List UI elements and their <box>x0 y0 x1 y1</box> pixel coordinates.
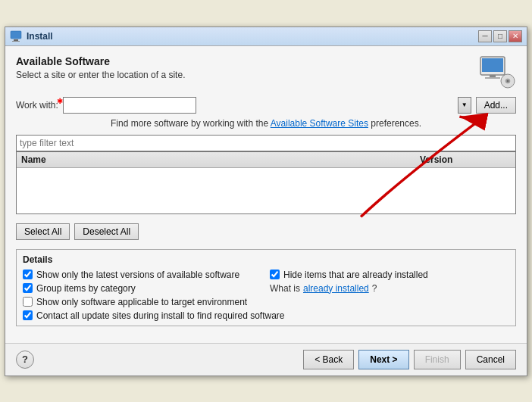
header-text: Available Software Select a site or ente… <box>16 55 185 80</box>
work-with-combo-wrapper: ▼ <box>63 97 471 114</box>
add-button[interactable]: Add... <box>476 97 516 114</box>
deselect-all-button[interactable]: Deselect All <box>74 223 139 240</box>
checkbox-hide-installed[interactable] <box>270 270 280 279</box>
software-table: Name Version <box>16 151 516 214</box>
cancel-button[interactable]: Cancel <box>465 350 516 369</box>
maximize-button[interactable]: □ <box>493 30 507 42</box>
checkbox-contact-update[interactable] <box>23 310 33 320</box>
label-target-env: Show only software applicable to target … <box>36 297 247 307</box>
combo-dropdown-arrow[interactable]: ▼ <box>458 97 471 114</box>
svg-rect-1 <box>14 39 18 41</box>
checkbox-latest-versions[interactable] <box>23 270 33 279</box>
table-body <box>17 168 515 213</box>
select-all-row: Select All Deselect All <box>16 220 516 243</box>
option-contact-update: Contact all update sites during install … <box>23 310 509 321</box>
svg-rect-0 <box>11 31 21 39</box>
available-software-sites-link[interactable]: Available Software Sites <box>271 118 368 129</box>
select-all-button[interactable]: Select All <box>16 223 70 240</box>
find-more-prefix: Find more software by working with the <box>111 118 271 129</box>
table-header-name: Name <box>21 154 420 165</box>
header-section: Available Software Select a site or ente… <box>16 55 516 89</box>
table-header: Name Version <box>17 152 515 168</box>
title-bar: Install ─ □ ✕ <box>5 27 527 46</box>
option-latest-versions: Show only the latest versions of availab… <box>23 270 262 280</box>
details-title: Details <box>23 254 509 265</box>
what-is-suffix: ? <box>372 283 377 294</box>
option-target-env: Show only software applicable to target … <box>23 297 509 307</box>
window-title: Install <box>27 31 53 42</box>
title-bar-controls: ─ □ ✕ <box>478 30 522 42</box>
finish-button[interactable]: Finish <box>414 350 461 369</box>
page-subtitle: Select a site or enter the location of a… <box>16 70 185 80</box>
label-contact-update: Contact all update sites during install … <box>36 310 285 321</box>
work-with-input[interactable] <box>63 97 196 114</box>
install-window: Install ─ □ ✕ Available Software Select … <box>5 26 527 376</box>
header-icon <box>478 55 516 89</box>
computer-disk-icon <box>479 55 515 89</box>
page-title: Available Software <box>16 55 185 67</box>
find-more-suffix: preferences. <box>371 118 421 129</box>
details-section: Details Show only the latest versions of… <box>16 249 516 326</box>
work-with-label: Work with: ✱ <box>16 100 58 111</box>
svg-point-9 <box>507 80 509 83</box>
title-bar-left: Install <box>10 30 53 42</box>
find-more-row: Find more software by working with the A… <box>16 118 516 129</box>
work-with-row: Work with: ✱ ▼ Add... <box>16 97 516 114</box>
bottom-bar: ? < Back Next > Finish Cancel <box>5 343 527 376</box>
label-group-category: Group items by category <box>36 283 136 294</box>
help-button[interactable]: ? <box>16 351 34 369</box>
svg-rect-5 <box>490 75 496 77</box>
main-content: Available Software Select a site or ente… <box>5 46 527 343</box>
label-hide-installed: Hide items that are already installed <box>283 270 428 280</box>
required-indicator: ✱ <box>57 97 63 105</box>
checkbox-group-category[interactable] <box>23 283 33 293</box>
close-button[interactable]: ✕ <box>509 30 522 42</box>
what-is-prefix: What is <box>270 283 300 294</box>
back-button[interactable]: < Back <box>303 350 354 369</box>
svg-rect-4 <box>482 58 503 72</box>
install-icon <box>10 30 22 42</box>
next-button[interactable]: Next > <box>358 350 408 369</box>
label-latest-versions: Show only the latest versions of availab… <box>36 270 239 280</box>
option-group-category: Group items by category <box>23 283 262 294</box>
option-hide-installed: Hide items that are already installed <box>270 270 509 280</box>
filter-input[interactable] <box>16 135 516 151</box>
checkbox-target-env[interactable] <box>23 297 33 307</box>
minimize-button[interactable]: ─ <box>478 30 492 42</box>
svg-rect-2 <box>12 41 20 42</box>
table-header-version: Version <box>420 154 511 165</box>
bottom-right: < Back Next > Finish Cancel <box>303 350 516 369</box>
details-grid: Show only the latest versions of availab… <box>23 270 509 321</box>
what-is-row: What is already installed ? <box>270 283 509 294</box>
bottom-left: ? <box>16 351 34 369</box>
already-installed-link[interactable]: already installed <box>303 283 369 294</box>
svg-rect-6 <box>485 77 500 79</box>
